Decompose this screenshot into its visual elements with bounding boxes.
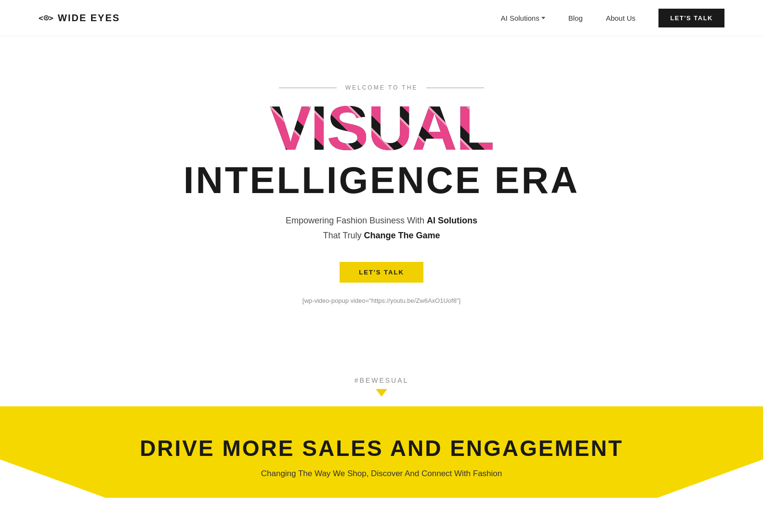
svg-text:>: > xyxy=(49,13,53,23)
svg-point-2 xyxy=(45,17,47,19)
hero-title-sub: INTELLIGENCE ERA xyxy=(184,161,579,199)
nav-ai-solutions[interactable]: AI Solutions xyxy=(501,14,545,22)
logo-icon: < > xyxy=(39,13,54,23)
hero-subtitle-bold2: Change The Game xyxy=(364,231,440,240)
nav-links: AI Solutions Blog About Us LET'S TALK xyxy=(501,9,724,27)
hero-subtitle: Empowering Fashion Business With AI Solu… xyxy=(286,213,477,243)
chevron-down-yellow-icon xyxy=(376,389,387,397)
drive-subtitle: Changing The Way We Shop, Discover And C… xyxy=(39,469,724,479)
hero-cta-button[interactable]: LET'S TALK xyxy=(340,262,423,283)
welcome-line-left xyxy=(279,88,337,88)
welcome-text: WELCOME TO THE xyxy=(345,84,418,91)
hero-title-visual: VISUAL xyxy=(270,97,494,159)
hero-subtitle-bold1: AI Solutions xyxy=(427,216,477,225)
welcome-line-right xyxy=(426,88,484,88)
logo[interactable]: < > WIDE EYES xyxy=(39,13,120,24)
bewesual-section: #BEWESUAL xyxy=(0,362,763,397)
navbar: < > WIDE EYES AI Solutions Blog About Us… xyxy=(0,0,763,36)
yellow-section: DRIVE MORE SALES AND ENGAGEMENT Changing… xyxy=(0,406,763,498)
svg-text:<: < xyxy=(39,13,43,23)
logo-text: WIDE EYES xyxy=(58,13,120,24)
bewesual-tag: #BEWESUAL xyxy=(355,376,409,384)
nav-blog[interactable]: Blog xyxy=(568,14,583,22)
nav-cta-button[interactable]: LET'S TALK xyxy=(658,9,724,27)
nav-about[interactable]: About Us xyxy=(606,14,636,22)
drive-title: DRIVE MORE SALES AND ENGAGEMENT xyxy=(39,435,724,461)
welcome-line: WELCOME TO THE xyxy=(279,84,485,91)
hero-section: WELCOME TO THE VISUAL INTELLIGENCE ERA E… xyxy=(0,36,763,362)
video-shortcode: [wp-video-popup video="https://youtu.be/… xyxy=(303,297,460,304)
chevron-down-icon xyxy=(541,17,545,19)
